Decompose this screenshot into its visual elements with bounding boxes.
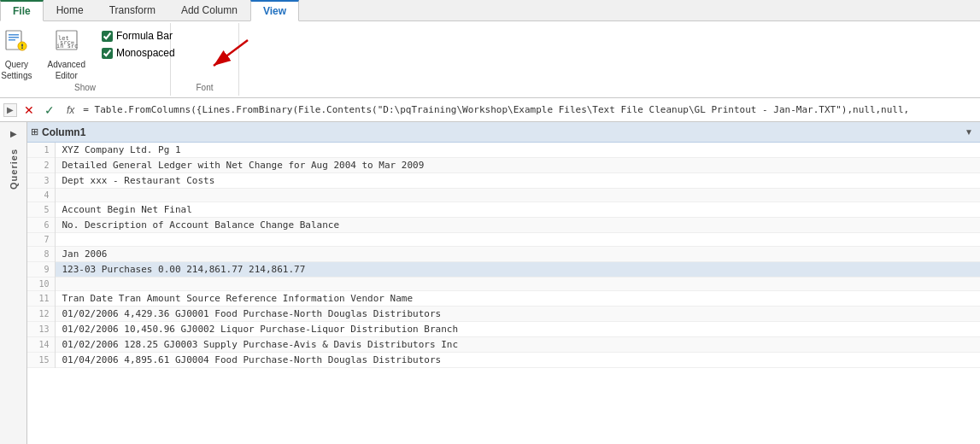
advanced-editor-label: AdvancedEditor bbox=[47, 59, 85, 81]
table-row: 6 No. Description of Account Balance Cha… bbox=[27, 218, 980, 233]
row-content bbox=[55, 233, 980, 247]
table-row: 9 123-03 Purchases 0.00 214,861.77 214,8… bbox=[27, 262, 980, 278]
queries-sidebar-label: Queries bbox=[9, 142, 19, 196]
row-number: 9 bbox=[27, 262, 55, 278]
table-row: 7 bbox=[27, 233, 980, 247]
advanced-editor-icon: let src= in src bbox=[55, 28, 79, 57]
formula-bar-checkbox[interactable] bbox=[102, 31, 113, 42]
table-icon: ⊞ bbox=[31, 126, 38, 137]
advanced-editor-button[interactable]: let src= in src AdvancedEditor bbox=[41, 26, 91, 83]
tab-transform[interactable]: Transform bbox=[97, 0, 168, 20]
tab-view[interactable]: View bbox=[250, 0, 299, 21]
table-row: 5Account Begin Net Final bbox=[27, 202, 980, 218]
table-row: 4 bbox=[27, 189, 980, 202]
ribbon-group-font: Font bbox=[171, 23, 239, 96]
tab-file[interactable]: File bbox=[0, 0, 44, 21]
table-row: 3 Dept xxx - Restaurant Costs bbox=[27, 173, 980, 189]
row-number: 13 bbox=[27, 322, 55, 337]
row-content: Account Begin Net Final bbox=[55, 202, 980, 218]
table-column-header: ⊞ Column1 ▼ bbox=[27, 122, 980, 143]
row-content: Jan 2006 bbox=[55, 247, 980, 262]
column-dropdown-button[interactable]: ▼ bbox=[961, 126, 977, 138]
formula-bar-expand-button[interactable]: ▶ bbox=[3, 103, 17, 117]
row-number: 4 bbox=[27, 189, 55, 202]
monospaced-checkbox[interactable] bbox=[102, 48, 113, 59]
svg-rect-3 bbox=[9, 39, 15, 41]
svg-rect-1 bbox=[9, 34, 19, 36]
row-number: 7 bbox=[27, 233, 55, 247]
monospaced-checkbox-label[interactable]: Monospaced bbox=[102, 47, 175, 59]
table-row: 1 XYZ Company Ltd. Pg 1 bbox=[27, 143, 980, 158]
ribbon-tabs: File Home Transform Add Column View bbox=[0, 0, 980, 21]
sidebar-collapse-arrow[interactable]: ▶ bbox=[7, 126, 21, 142]
row-content bbox=[55, 189, 980, 202]
svg-rect-6 bbox=[21, 48, 23, 50]
row-number: 12 bbox=[27, 307, 55, 322]
row-number: 6 bbox=[27, 218, 55, 233]
row-number: 2 bbox=[27, 158, 55, 173]
tab-home[interactable]: Home bbox=[44, 0, 97, 20]
table-row: 10 bbox=[27, 278, 980, 291]
row-number: 1 bbox=[27, 143, 55, 158]
formula-bar-checkbox-label[interactable]: Formula Bar bbox=[102, 30, 175, 42]
formula-bar: ▶ ✕ ✓ fx bbox=[0, 98, 980, 122]
main-area: ▶ Queries ⊞ Column1 ▼ 1 XYZ Company Ltd.… bbox=[0, 122, 980, 444]
row-content: 01/02/2006 10,450.96 GJ0002 Liquor Purch… bbox=[55, 322, 980, 337]
query-settings-button[interactable]: QuerySettings bbox=[0, 26, 38, 83]
formula-bar-cancel[interactable]: ✕ bbox=[21, 103, 38, 117]
row-content: XYZ Company Ltd. Pg 1 bbox=[55, 143, 980, 158]
row-content: Detailed General Ledger with Net Change … bbox=[55, 158, 980, 173]
formula-bar-fx-label: fx bbox=[62, 104, 79, 116]
query-settings-label: QuerySettings bbox=[1, 59, 32, 81]
row-number: 11 bbox=[27, 291, 55, 307]
ribbon-content: QuerySettings let src= in src Adva bbox=[0, 21, 980, 98]
row-number: 8 bbox=[27, 247, 55, 262]
monospaced-label: Monospaced bbox=[116, 47, 175, 59]
formula-bar-confirm[interactable]: ✓ bbox=[41, 103, 58, 117]
formula-bar-label: Formula Bar bbox=[116, 30, 173, 42]
row-content bbox=[55, 278, 980, 291]
ribbon-content-wrapper: QuerySettings let src= in src Adva bbox=[0, 21, 980, 98]
table-row: 14 01/02/2006 128.25 GJ0003 Supply Purch… bbox=[27, 337, 980, 353]
svg-rect-5 bbox=[21, 44, 23, 47]
table-row: 12 01/02/2006 4,429.36 GJ0001 Food Purch… bbox=[27, 307, 980, 322]
show-checkboxes: Formula Bar Monospaced bbox=[102, 26, 175, 62]
column-title: Column1 bbox=[42, 126, 958, 138]
row-number: 15 bbox=[27, 353, 55, 368]
row-content: No. Description of Account Balance Chang… bbox=[55, 218, 980, 233]
show-group-label: Show bbox=[0, 83, 170, 92]
queries-sidebar: ▶ Queries bbox=[0, 122, 27, 444]
table-row: 15 01/04/2006 4,895.61 GJ0004 Food Purch… bbox=[27, 353, 980, 368]
formula-bar-input[interactable] bbox=[83, 104, 977, 115]
table-row: 13 01/02/2006 10,450.96 GJ0002 Liquor Pu… bbox=[27, 322, 980, 337]
row-number: 14 bbox=[27, 337, 55, 353]
app-root: File Home Transform Add Column View bbox=[0, 0, 980, 444]
table-row: 2 Detailed General Ledger with Net Chang… bbox=[27, 158, 980, 173]
tab-add-column[interactable]: Add Column bbox=[168, 0, 250, 20]
svg-text:in src: in src bbox=[56, 43, 78, 50]
row-number: 10 bbox=[27, 278, 55, 291]
table-row: 11 Tran Date Tran Amount Source Referenc… bbox=[27, 291, 980, 307]
svg-rect-2 bbox=[9, 37, 19, 38]
query-settings-icon bbox=[4, 28, 28, 57]
data-table[interactable]: 1 XYZ Company Ltd. Pg 12 Detailed Genera… bbox=[27, 143, 980, 444]
row-content: Tran Date Tran Amount Source Reference I… bbox=[55, 291, 980, 307]
row-content: 01/02/2006 128.25 GJ0003 Supply Purchase… bbox=[55, 337, 980, 353]
row-number: 5 bbox=[27, 202, 55, 218]
ribbon-group-show: QuerySettings let src= in src Adva bbox=[0, 23, 171, 96]
content-table: 1 XYZ Company Ltd. Pg 12 Detailed Genera… bbox=[27, 143, 980, 368]
row-content: Dept xxx - Restaurant Costs bbox=[55, 173, 980, 189]
row-content: 01/02/2006 4,429.36 GJ0001 Food Purchase… bbox=[55, 307, 980, 322]
row-content: 01/04/2006 4,895.61 GJ0004 Food Purchase… bbox=[55, 353, 980, 368]
data-area: ⊞ Column1 ▼ 1 XYZ Company Ltd. Pg 12 Det… bbox=[27, 122, 980, 444]
row-number: 3 bbox=[27, 173, 55, 189]
font-group-label: Font bbox=[171, 83, 238, 92]
table-row: 8Jan 2006 bbox=[27, 247, 980, 262]
row-content: 123-03 Purchases 0.00 214,861.77 214,861… bbox=[55, 262, 980, 278]
